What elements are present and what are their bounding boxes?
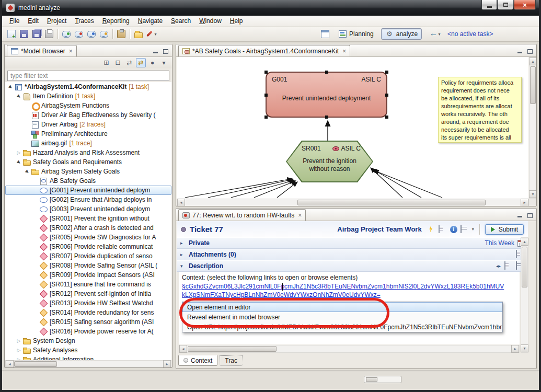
collapsed-arrow-icon[interactable]: ▸ xyxy=(180,240,186,246)
tools-button[interactable]: ▾ xyxy=(145,28,157,40)
scrollbar-thumb[interactable] xyxy=(188,346,277,352)
menu-open-url[interactable]: Open URL https://projects.ikv.de/UMEDA/w… xyxy=(182,322,502,332)
perspective-planning[interactable]: Planning xyxy=(335,29,378,39)
perspective-analyze[interactable]: ⚙analyze xyxy=(381,28,422,40)
view-menu-button[interactable]: ▾ xyxy=(159,58,169,67)
collapsed-arrow-icon[interactable]: ▸ xyxy=(180,252,186,257)
tree-item-additional-information[interactable]: Additional Information xyxy=(5,355,171,360)
description-editor[interactable]: Context: (select the following links to … xyxy=(179,272,520,344)
scrollbar-thumb[interactable] xyxy=(522,247,527,287)
save-all-button[interactable] xyxy=(30,28,43,40)
tree-item-sr016[interactable]: [SR016] Provide power reserve for A( xyxy=(5,327,171,336)
menu-navigate[interactable]: Navigate xyxy=(134,16,167,26)
close-button[interactable]: × xyxy=(514,0,536,10)
editor-tab[interactable]: *AB Safety Goals - AirbagSystem1.4Confor… xyxy=(178,45,350,56)
selection-handle[interactable] xyxy=(264,116,268,119)
section-private[interactable]: ▸ Private This Week xyxy=(177,237,528,249)
expand-toggle-icon[interactable] xyxy=(15,345,22,355)
new-task-button[interactable] xyxy=(60,28,73,40)
horizontal-scrollbar[interactable]: ◂ ▸ xyxy=(177,199,529,206)
sticky-note[interactable]: Policy for requirments alloca requiremen… xyxy=(438,77,522,143)
scrollbar-thumb[interactable] xyxy=(14,361,57,367)
maximize-view-button[interactable] xyxy=(526,211,534,218)
scrollbar-thumb[interactable] xyxy=(297,200,486,205)
tree-item-sr005[interactable]: [SR005] Provide SW Diagnostics for A xyxy=(5,233,171,242)
filter-input[interactable] xyxy=(7,71,169,81)
tree-item-sr011[interactable]: [SR011] esnure that fire command is xyxy=(5,280,171,289)
tree-item-sr002[interactable]: [SR002] After a crash is detected and xyxy=(5,223,171,233)
maximize-button[interactable] xyxy=(498,0,513,10)
tree-item-safety-analyses[interactable]: Safety Analyses xyxy=(5,345,171,355)
menu-search[interactable]: Search xyxy=(167,16,195,26)
selection-handle[interactable] xyxy=(325,71,328,74)
scheduled-week-link[interactable]: This Week xyxy=(485,239,514,247)
back-button[interactable]: ←▾ xyxy=(429,28,441,40)
tab-context[interactable]: Context xyxy=(178,355,217,366)
selection-handle[interactable] xyxy=(385,94,388,97)
open-perspective-button[interactable] xyxy=(319,28,331,40)
print-button[interactable] xyxy=(43,28,55,40)
tree-item-sr015[interactable]: [SR015] Safing sensor algorithm (ASI xyxy=(5,317,171,327)
ticket-tab[interactable]: 77: Review wrt. to random HW-faults × xyxy=(178,209,306,221)
tree-item-g002[interactable]: [G002] Ensure that Airbag deploys in xyxy=(5,195,171,204)
selection-handle[interactable] xyxy=(264,71,268,74)
scroll-right-icon[interactable]: ▸ xyxy=(521,199,528,206)
menu-window[interactable]: Window xyxy=(195,16,226,26)
menu-reporting[interactable]: Reporting xyxy=(98,16,134,26)
tree-item-sr001[interactable]: [SR001] Prevent the ignition without xyxy=(5,214,171,223)
tree-item-airbag-gif[interactable]: airbag.gif[1 trace] xyxy=(5,139,171,148)
link-with-editor-button[interactable]: ⇄ xyxy=(136,58,146,67)
scrollbar-thumb[interactable] xyxy=(530,66,536,104)
filters-button[interactable]: ● xyxy=(147,58,157,67)
tree-item-sr012[interactable]: [SR012] Prevent self-igintion of Initia xyxy=(5,289,171,298)
close-tab-icon[interactable]: × xyxy=(342,48,346,55)
close-tab-icon[interactable]: × xyxy=(298,212,302,219)
expand-toggle-icon[interactable] xyxy=(15,91,22,101)
menu-file[interactable]: File xyxy=(5,16,24,26)
info-icon[interactable]: i xyxy=(450,226,457,233)
menu-open-element-in-editor[interactable]: Open element in editor xyxy=(182,302,502,312)
horizontal-scrollbar[interactable]: ◂ ▸ xyxy=(179,345,520,353)
scroll-up-icon[interactable]: ▴ xyxy=(521,238,528,246)
menu-help[interactable]: Help xyxy=(226,16,247,26)
expand-all-button[interactable]: ⊞ xyxy=(101,58,111,67)
open-element-button[interactable] xyxy=(132,28,145,40)
revert-icon[interactable]: ◂▸ xyxy=(496,263,501,269)
section-description[interactable]: ▾ Description ◂▸ xyxy=(177,260,528,272)
goal-node-g001[interactable]: G001 ASIL C Prevent unintended deploymen… xyxy=(266,72,387,118)
expand-toggle-icon[interactable] xyxy=(15,336,22,345)
expand-toggle-icon[interactable] xyxy=(15,148,22,157)
tab-trac[interactable]: Trac xyxy=(220,355,243,366)
scroll-down-icon[interactable]: ▾ xyxy=(521,344,528,352)
tree-item-effectiveness[interactable]: Driver Air Bag Effectiveness by Severity… xyxy=(5,110,171,120)
tree-item-sr007[interactable]: [SR007] Provide duplication of senso xyxy=(5,251,171,261)
tree-item-airbag-system-safety-goals[interactable]: Airbag System Safety Goals xyxy=(5,167,171,176)
new-page-icon[interactable] xyxy=(439,225,440,233)
maximize-view-button[interactable] xyxy=(526,47,534,54)
minimize-view-button[interactable] xyxy=(152,47,159,54)
selection-handle[interactable] xyxy=(325,116,328,119)
new-button[interactable] xyxy=(5,28,18,40)
selection-handle[interactable] xyxy=(264,94,268,97)
collapse-all-button[interactable]: ⊟ xyxy=(113,58,123,67)
preview-icon[interactable] xyxy=(516,261,517,270)
attachment-page-icon[interactable] xyxy=(516,250,517,258)
expand-toggle-icon[interactable] xyxy=(15,355,22,360)
requirement-node-sr001[interactable]: SR001 ASIL C Prevent the ignition withou… xyxy=(286,141,373,182)
tree-item-g003[interactable]: [G003] Prevent unintended deploym xyxy=(5,204,171,214)
horizontal-scrollbar[interactable]: ◂ ▸ xyxy=(5,360,171,368)
paste-button[interactable] xyxy=(115,28,128,40)
menu-project[interactable]: Project xyxy=(43,16,71,26)
tree-item-ab-safety-goals[interactable]: AB Safety Goals xyxy=(5,176,171,186)
scroll-left-icon[interactable]: ◂ xyxy=(6,360,14,368)
model-browser-tab[interactable]: *Model Browser × xyxy=(7,45,77,56)
save-button[interactable] xyxy=(18,28,30,40)
layout-icon[interactable] xyxy=(461,225,462,233)
tree-item-safety-goals-requirements[interactable]: Safety Goals and Requirements xyxy=(5,157,171,167)
minimize-view-button[interactable] xyxy=(516,47,524,54)
sort-button[interactable]: ⇄ xyxy=(124,58,134,67)
scroll-left-icon[interactable]: ◂ xyxy=(177,199,185,206)
tree-item-project[interactable]: *AirbagSystem1.4ConformanceKit[1 task] xyxy=(5,82,171,91)
minimize-view-button[interactable] xyxy=(516,211,524,218)
synchronize-icon[interactable] xyxy=(427,225,435,234)
